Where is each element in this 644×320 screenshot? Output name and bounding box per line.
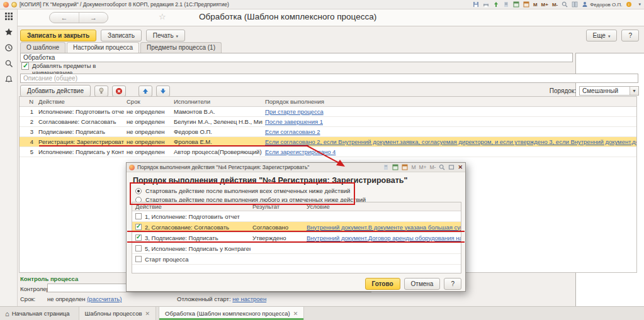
dialog-calendar-orange-icon[interactable] xyxy=(402,164,408,170)
cancel-button[interactable]: Отмена xyxy=(404,278,441,290)
dialog-calc-m-plus-button[interactable]: M+ xyxy=(419,164,426,170)
dialog-calc-m-button[interactable]: M xyxy=(411,164,415,170)
service-menu-icon[interactable] xyxy=(11,2,17,8)
tab-close-icon[interactable]: ✕ xyxy=(293,311,298,317)
save-icon[interactable] xyxy=(473,1,479,8)
search-icon[interactable] xyxy=(4,59,13,68)
dialog-document-icon[interactable] xyxy=(383,164,389,170)
action-row-order-link[interactable]: Если зарегистрировано 4 xyxy=(265,148,336,155)
calendar-green-icon[interactable] xyxy=(513,1,519,8)
dialog-close-icon[interactable]: ✕ xyxy=(458,164,463,170)
dialog-action-row[interactable]: Старт процесса xyxy=(132,254,461,265)
deferred-start-link[interactable]: не настроен xyxy=(232,295,266,302)
user-icon xyxy=(582,1,588,8)
window-tab[interactable]: Обработка (Шаблон комплексного процесса)… xyxy=(159,307,304,320)
radio-all-actions[interactable] xyxy=(135,188,142,194)
add-favorite-star-icon[interactable]: ☆ xyxy=(159,12,166,21)
action-row[interactable]: 1 Исполнение: Подготовить отчет не опред… xyxy=(20,107,636,117)
action-row-order-link[interactable]: При старте процесса xyxy=(265,108,324,115)
window-tab[interactable]: Шаблоны процессов ✕ xyxy=(79,307,156,320)
move-down-icon[interactable] xyxy=(156,86,170,97)
dialog-row-condition-link[interactable]: Внутренний документ.Договор аренды обору… xyxy=(307,234,461,241)
dialog-action-row[interactable]: 3, Подписание: Подписать Утверждено Внут… xyxy=(132,233,461,243)
dialog-row-checkbox[interactable] xyxy=(135,245,142,251)
action-row[interactable]: 2 Согласование: Согласовать не определен… xyxy=(20,117,636,127)
titlebar-more-icon[interactable]: ▾ xyxy=(638,2,641,7)
order-select[interactable]: Смешанный ▼ xyxy=(579,86,639,96)
dialog-row-action: Старт процесса xyxy=(145,256,189,263)
action-row-order-link[interactable]: После завершения 1 xyxy=(265,118,323,125)
forward-button[interactable]: → xyxy=(79,13,108,23)
print-button[interactable]: Печать▾ xyxy=(146,30,185,41)
condition-bulb-icon[interactable] xyxy=(94,86,108,97)
more-button[interactable]: Еще▾ xyxy=(586,30,618,41)
info-icon[interactable]: i xyxy=(626,1,632,8)
dialog-help-button[interactable]: ? xyxy=(444,278,461,290)
back-button[interactable]: ← xyxy=(50,13,79,23)
current-user[interactable]: Федоров О.П. xyxy=(582,1,622,8)
save-and-close-button[interactable]: Записать и закрыть xyxy=(20,30,96,41)
order-caret-icon[interactable]: ▼ xyxy=(630,87,638,95)
action-row-performers: Федоров О.П. xyxy=(171,128,263,135)
window-titlebar: [КОПИЯ] ГК "Меркурий" / Документооборот … xyxy=(0,0,644,9)
dialog-row-condition-link[interactable]: Внутренний документ.В документе указана … xyxy=(307,224,461,231)
order-value: Смешанный xyxy=(580,87,630,94)
save-button[interactable]: Записать xyxy=(101,30,142,41)
form-tab[interactable]: Настройки процесса xyxy=(67,42,139,53)
document-icon[interactable] xyxy=(503,1,509,8)
deferred-start-row: Отложенный старт: не настроен xyxy=(177,295,266,302)
home-page-tab[interactable]: ⌂ Начальная страница xyxy=(0,307,76,320)
dialog-titlebar-text: Порядок выполнения действия "№4 Регистра… xyxy=(137,164,309,170)
calendar-orange-icon[interactable] xyxy=(523,1,529,8)
action-row-order-link[interactable]: Если согласовано 2 xyxy=(265,128,320,135)
dialog-calendar-green-icon[interactable] xyxy=(392,164,398,170)
dialog-row-checkbox[interactable] xyxy=(135,213,142,219)
move-up-icon[interactable] xyxy=(138,86,152,97)
dialog-row-result: Утверждено xyxy=(251,234,305,241)
add-subjects-checkbox[interactable] xyxy=(21,62,29,70)
action-row[interactable]: 3 Подписание: Подписать не определен Фед… xyxy=(20,127,636,137)
add-action-button[interactable]: Добавить действие xyxy=(20,85,91,97)
dialog-action-row[interactable]: 2, Согласование: Согласовать Согласовано… xyxy=(132,222,461,233)
dialog-action-row[interactable]: 1, Исполнение: Подготовить отчет xyxy=(132,211,461,222)
window-tabs: Шаблоны процессов ✕ Обработка (Шаблон ко… xyxy=(76,307,305,320)
dialog-window-icon[interactable] xyxy=(448,164,455,170)
application-window: [КОПИЯ] ГК "Меркурий" / Документооборот … xyxy=(0,0,644,320)
dialog-row-checkbox[interactable] xyxy=(135,256,142,262)
command-bar: Записать и закрыть Записать Печать▾ Еще▾… xyxy=(20,29,639,41)
history-icon[interactable] xyxy=(4,43,13,52)
dialog-calc-m-minus-button[interactable]: M- xyxy=(430,164,436,170)
dialog-action-row[interactable]: 5, Исполнение: Подписать у Контрагента xyxy=(132,243,461,254)
favorites-star-icon[interactable] xyxy=(4,28,13,36)
template-name-input[interactable] xyxy=(20,53,573,62)
dialog-row-checkbox[interactable] xyxy=(135,234,142,241)
import-icon[interactable] xyxy=(493,1,499,8)
zoom-icon[interactable] xyxy=(562,1,568,8)
description-input[interactable] xyxy=(20,74,638,83)
col-performers: Исполнители xyxy=(171,98,263,105)
done-button[interactable]: Готово xyxy=(365,278,400,290)
print-icon[interactable] xyxy=(483,1,489,8)
delete-action-icon[interactable] xyxy=(112,86,126,97)
action-row-order-link[interactable]: Если согласовано 2, если Внутренний доку… xyxy=(265,138,636,145)
help-button[interactable]: ? xyxy=(621,30,639,41)
calc-m-minus-button[interactable]: M- xyxy=(552,2,558,8)
split-columns-icon[interactable] xyxy=(572,1,578,8)
action-row[interactable]: 4 Регистрация: Зарегистрировать не опред… xyxy=(20,137,636,147)
calc-m-plus-button[interactable]: M+ xyxy=(541,2,548,8)
tab-close-icon[interactable]: ✕ xyxy=(145,311,150,317)
calc-m-button[interactable]: M xyxy=(533,2,538,8)
form-tab[interactable]: Предметы процесса (1) xyxy=(140,42,222,53)
dialog-row-checkbox[interactable] xyxy=(135,224,142,230)
window-tab-label: Обработка (Шаблон комплексного процесса) xyxy=(165,310,290,317)
dialog-col-action: Действие xyxy=(132,203,251,210)
main-menu-grid-icon[interactable] xyxy=(4,12,13,21)
term-calculate-link[interactable]: (рассчитать) xyxy=(87,295,121,302)
dialog-table-body: 1, Исполнение: Подготовить отчет 2, Согл… xyxy=(132,211,461,265)
action-row[interactable]: 5 Исполнение: Подписать у Контрагента не… xyxy=(20,147,636,157)
more-button-label: Еще xyxy=(593,32,606,39)
dialog-zoom-icon[interactable] xyxy=(439,164,445,170)
form-tab[interactable]: О шаблоне xyxy=(20,42,65,53)
action-row-term: не определен xyxy=(124,138,171,145)
notifications-bell-icon[interactable] xyxy=(4,75,13,84)
